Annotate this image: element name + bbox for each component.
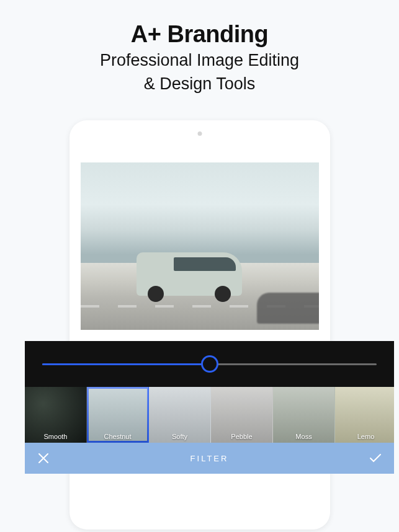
filter-label: Chestnut <box>87 433 148 440</box>
filter-chestnut[interactable]: Chestnut <box>87 387 149 443</box>
editing-canvas[interactable] <box>81 162 319 330</box>
slider-thumb[interactable] <box>201 355 218 373</box>
filter-pebble[interactable]: Pebble <box>211 387 273 443</box>
intensity-slider[interactable] <box>42 363 377 365</box>
photo-subject-van <box>137 252 242 296</box>
filter-softy[interactable]: Softy <box>149 387 211 443</box>
cancel-button[interactable] <box>25 443 62 474</box>
filter-moss[interactable]: Moss <box>273 387 335 443</box>
intensity-slider-bar <box>25 341 394 387</box>
headline-subtitle-line1: Professional Image Editing <box>0 50 399 71</box>
slider-fill <box>42 363 210 365</box>
filter-label: Moss <box>273 433 334 440</box>
headline-subtitle-line2: & Design Tools <box>0 74 399 95</box>
filter-smooth[interactable]: Smooth <box>25 387 87 443</box>
headline-title: A+ Branding <box>0 21 399 48</box>
filter-label: Smooth <box>25 433 86 440</box>
filter-label: Lemo <box>335 433 394 440</box>
close-icon <box>38 453 49 464</box>
filter-label: Softy <box>149 433 210 440</box>
mode-label: FILTER <box>62 454 357 463</box>
filter-action-bar: FILTER <box>25 443 394 474</box>
marketing-headline: A+ Branding Professional Image Editing &… <box>0 0 399 95</box>
check-icon <box>369 453 382 464</box>
device-camera-icon <box>198 131 202 136</box>
filter-strip: Smooth Chestnut Softy Pebble Moss Lemo <box>25 387 394 443</box>
photo-background-car <box>257 293 319 324</box>
confirm-button[interactable] <box>357 443 394 474</box>
filter-label: Pebble <box>211 433 272 440</box>
filter-lemon[interactable]: Lemo <box>335 387 394 443</box>
